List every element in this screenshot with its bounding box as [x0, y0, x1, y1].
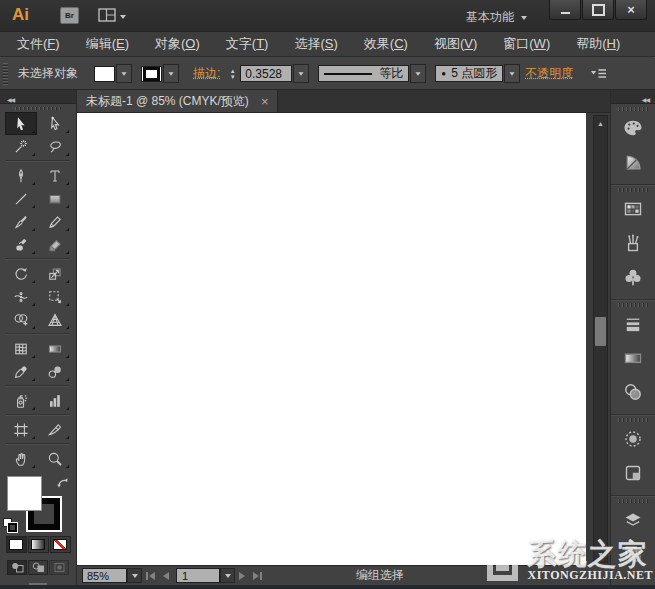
brush-dropdown-button[interactable] — [504, 64, 520, 83]
stroke-width-dropdown-button[interactable] — [293, 64, 309, 83]
fill-dropdown-button[interactable] — [116, 64, 132, 83]
magic-wand-tool[interactable] — [5, 135, 37, 158]
color-paint-button[interactable] — [6, 536, 27, 553]
artboard-tool[interactable] — [5, 418, 37, 441]
layers-panel-button[interactable] — [613, 505, 653, 538]
gradient-panel-button[interactable] — [613, 343, 653, 376]
document-tab[interactable]: 未标题-1 @ 85% (CMYK/预览) × — [77, 90, 278, 112]
stroke-width-field[interactable]: 0.3528 — [240, 65, 292, 82]
pen-tool[interactable] — [5, 164, 37, 187]
artboard-number-field[interactable]: 1 — [176, 568, 220, 583]
column-graph-tool[interactable] — [39, 389, 71, 412]
step-down-icon[interactable] — [227, 74, 238, 80]
stroke-color-control[interactable] — [141, 64, 179, 83]
menu-select[interactable]: 选择(S) — [281, 35, 350, 53]
menu-effect[interactable]: 效果(C) — [351, 35, 421, 53]
fill-color-swatch[interactable] — [7, 476, 42, 511]
rotate-tool[interactable] — [5, 262, 37, 285]
stroke-width-stepper[interactable] — [227, 68, 238, 80]
workspace-switcher[interactable]: 基本功能 — [466, 9, 527, 26]
tools-panel-header[interactable] — [0, 90, 76, 104]
mesh-tool[interactable] — [5, 337, 37, 360]
none-paint-button[interactable] — [50, 536, 71, 553]
vertical-scrollbar[interactable] — [593, 115, 608, 563]
control-panel-menu-button[interactable] — [590, 68, 607, 79]
scrollbar-thumb[interactable] — [595, 317, 606, 346]
symbol-sprayer-tool[interactable] — [5, 389, 37, 412]
stroke-panel-button[interactable] — [613, 309, 653, 342]
zoom-level-field[interactable]: 85% — [82, 568, 127, 583]
panel-grip[interactable] — [618, 499, 648, 503]
menu-view[interactable]: 视图(V) — [421, 35, 490, 53]
previous-artboard-button[interactable] — [163, 572, 169, 580]
pencil-tool[interactable] — [39, 210, 71, 233]
opacity-panel-link[interactable]: 不透明度 — [525, 65, 573, 82]
eraser-tool[interactable] — [39, 233, 71, 256]
panel-grip[interactable] — [618, 418, 648, 422]
scale-tool[interactable] — [39, 262, 71, 285]
panel-dock-header[interactable] — [611, 90, 655, 104]
menu-type[interactable]: 文字(T) — [213, 35, 282, 53]
scroll-down-icon[interactable] — [594, 548, 607, 561]
width-profile-select[interactable]: 等比 — [318, 65, 409, 82]
appearance-panel-button[interactable] — [613, 424, 653, 457]
swap-fill-stroke-icon[interactable] — [56, 475, 70, 493]
symbols-panel-button[interactable] — [613, 262, 653, 295]
width-profile-dropdown-button[interactable] — [410, 64, 426, 83]
shape-builder-tool[interactable] — [5, 308, 37, 331]
eyedropper-tool[interactable] — [5, 360, 37, 383]
artboards-panel-button[interactable] — [613, 539, 653, 572]
menu-help[interactable]: 帮助(H) — [563, 35, 633, 53]
selection-tool[interactable] — [5, 112, 37, 135]
gradient-paint-button[interactable] — [28, 536, 49, 553]
artboard-dropdown-button[interactable] — [220, 568, 235, 583]
fill-color-control[interactable] — [94, 64, 132, 83]
brushes-panel-button[interactable] — [613, 228, 653, 261]
menu-object[interactable]: 对象(O) — [142, 35, 213, 53]
close-button[interactable]: × — [615, 0, 647, 20]
zoom-dropdown-button[interactable] — [127, 568, 142, 583]
color-panel-button[interactable] — [613, 113, 653, 146]
brush-definition-select[interactable]: ● 5 点圆形 — [435, 65, 503, 82]
width-tool[interactable] — [5, 285, 37, 308]
lasso-tool[interactable] — [39, 135, 71, 158]
scroll-up-icon[interactable] — [594, 117, 607, 130]
default-fill-stroke-icon[interactable] — [3, 518, 19, 533]
panel-grip[interactable] — [618, 107, 648, 111]
color-guide-panel-button[interactable] — [613, 147, 653, 180]
maximize-button[interactable] — [582, 0, 614, 20]
panel-grip[interactable] — [15, 107, 61, 110]
stroke-dropdown-button[interactable] — [163, 64, 179, 83]
next-artboard-button[interactable] — [239, 572, 245, 580]
slice-tool[interactable] — [39, 418, 71, 441]
control-bar-grip[interactable] — [3, 63, 8, 85]
first-artboard-button[interactable] — [146, 572, 155, 580]
zoom-tool[interactable] — [39, 447, 71, 470]
free-transform-tool[interactable] — [39, 285, 71, 308]
menu-window[interactable]: 窗口(W) — [490, 35, 563, 53]
paintbrush-tool[interactable] — [5, 210, 37, 233]
bridge-button[interactable]: Br — [60, 7, 79, 24]
rectangle-tool[interactable] — [39, 187, 71, 210]
menu-file[interactable]: 文件(F) — [4, 35, 73, 53]
stroke-panel-link[interactable]: 描边: — [193, 65, 220, 82]
last-artboard-button[interactable] — [253, 572, 262, 580]
direct-selection-tool[interactable] — [39, 112, 71, 135]
artboard-canvas[interactable] — [77, 113, 586, 565]
current-tool-status[interactable]: 编组选择 — [356, 567, 404, 584]
transparency-panel-button[interactable] — [613, 377, 653, 410]
tab-close-button[interactable]: × — [261, 95, 269, 108]
menu-edit[interactable]: 编辑(E) — [73, 35, 142, 53]
line-segment-tool[interactable] — [5, 187, 37, 210]
blend-tool[interactable] — [39, 360, 71, 383]
swatches-panel-button[interactable] — [613, 194, 653, 227]
draw-behind-button[interactable] — [28, 560, 48, 575]
panel-grip[interactable] — [618, 188, 648, 192]
hand-tool[interactable] — [5, 447, 37, 470]
minimize-button[interactable] — [549, 0, 581, 20]
graphic-styles-panel-button[interactable] — [613, 458, 653, 491]
draw-normal-button[interactable] — [7, 560, 27, 575]
gradient-tool[interactable] — [39, 337, 71, 360]
blob-brush-tool[interactable] — [5, 233, 37, 256]
perspective-grid-tool[interactable] — [39, 308, 71, 331]
